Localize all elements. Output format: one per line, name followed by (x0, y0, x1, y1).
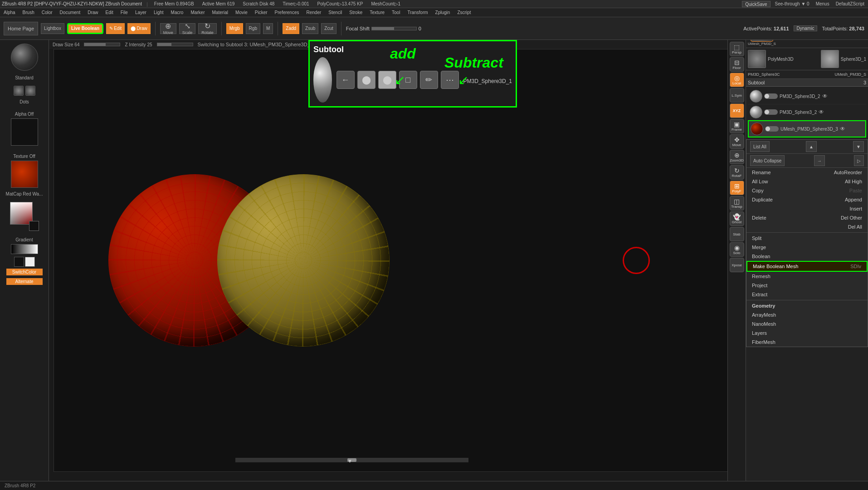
subtool-toggle-2[interactable] (764, 109, 778, 115)
geometry-item[interactable]: Geometry (746, 301, 868, 310)
arrow-up-button[interactable]: ▲ (806, 141, 817, 152)
secondary-color[interactable] (29, 221, 39, 231)
polyf-button[interactable]: ⊞ PolyF (730, 181, 744, 195)
dot-brush-2[interactable] (25, 86, 35, 96)
auto-collapse-right[interactable]: ▷ (854, 155, 864, 166)
project-item[interactable]: Project (746, 281, 868, 290)
menu-light[interactable]: Light (152, 10, 166, 15)
switch-color-button[interactable]: SwitchColor (6, 269, 43, 275)
menu-render[interactable]: Render (305, 10, 323, 15)
list-all-button[interactable]: List All (750, 141, 770, 152)
auto-collapse-button[interactable]: Auto Collapse (750, 155, 785, 166)
lsym-button[interactable]: L.Sym (730, 88, 744, 103)
live-boolean-button[interactable]: Live Boolean (67, 23, 103, 34)
eye-icon-2[interactable]: 👁 (819, 109, 824, 115)
dot-brush-1[interactable] (14, 86, 24, 96)
persp-button[interactable]: ⬚ Persp (730, 42, 744, 56)
subtool-item-3[interactable]: UMesh_PM3D_Sphere3D_3 👁 (748, 120, 866, 137)
draw-button[interactable]: ⬤ Draw (127, 23, 150, 34)
zoom3d-button[interactable]: ⊕ Zoom3D (730, 150, 744, 164)
rgb-button[interactable]: Rgb (246, 23, 260, 34)
subtool-icon-arrow-left[interactable]: ← (336, 71, 355, 89)
menu-document[interactable]: Document (58, 10, 83, 15)
duplicate-item[interactable]: Duplicate Append (746, 195, 868, 204)
zcut-button[interactable]: Zcut (321, 23, 336, 34)
menu-color[interactable]: Color (40, 10, 54, 15)
floor-button[interactable]: ⊟ Floor (730, 57, 744, 72)
insert-item[interactable]: Insert (746, 204, 868, 213)
solo-button[interactable]: ◉ Solo (730, 242, 744, 257)
subtool-toggle-1[interactable] (764, 93, 778, 99)
transp-button[interactable]: ◫ Transp (730, 196, 744, 211)
menu-alpha[interactable]: Alpha (2, 10, 17, 15)
del-all-item[interactable]: Del All (746, 222, 868, 231)
split-item[interactable]: Split (746, 234, 868, 243)
subtool-icon-circle2[interactable]: ⬤ (378, 71, 396, 89)
brush-preview[interactable] (11, 44, 38, 71)
ghost-button[interactable]: 👻 Ghost (730, 211, 744, 226)
canvas-viewport[interactable]: ▼ (54, 49, 741, 472)
subtool-icon-brush[interactable]: ✏ (420, 71, 438, 89)
menu-preferences[interactable]: Preferences (273, 10, 301, 15)
menu-transform[interactable]: Transform (405, 10, 429, 15)
texture-preview[interactable] (11, 161, 38, 188)
alternate-button[interactable]: Alternate (6, 278, 43, 285)
black-swatch[interactable] (14, 257, 24, 267)
scale-button[interactable]: ⤡ Scale (179, 23, 196, 34)
menu-zscript[interactable]: Zscript (455, 10, 473, 15)
menu-stroke[interactable]: Stroke (347, 10, 364, 15)
menu-marker[interactable]: Marker (189, 10, 206, 15)
menu-brush[interactable]: Brush (21, 10, 36, 15)
zadd-button[interactable]: Zadd (283, 23, 299, 34)
eye-icon-1[interactable]: 👁 (822, 93, 828, 99)
quicksave-button[interactable]: QuickSave (742, 1, 770, 7)
subtool-toggle-3[interactable] (765, 126, 779, 132)
frame-button[interactable]: ▣ Frame (730, 119, 744, 133)
merge-item[interactable]: Merge (746, 243, 868, 252)
array-mesh-item[interactable]: ArrayMesh (746, 310, 868, 319)
menu-material[interactable]: Material (210, 10, 230, 15)
subtool-item-2[interactable]: PM3D_Sphere3_2 👁 (748, 104, 866, 120)
menu-texture[interactable]: Texture (368, 10, 386, 15)
menu-layer[interactable]: Layer (133, 10, 148, 15)
alpha-preview[interactable] (11, 118, 38, 146)
fiber-mesh-item[interactable]: FiberMesh (746, 338, 868, 347)
zsub-button[interactable]: Zsub (302, 23, 318, 34)
see-through[interactable]: See-through ▼ 0 (773, 1, 811, 6)
menu-edit[interactable]: Edit (104, 10, 115, 15)
default-script[interactable]: DefaultZScript (834, 1, 866, 6)
rename-item[interactable]: Rename AutoReorder (746, 168, 868, 177)
dynamic-button[interactable]: Dynamic (794, 25, 818, 31)
layers-item[interactable]: Layers (746, 328, 868, 338)
move-tool-button[interactable]: ✥ Move (730, 134, 744, 149)
menu-tool[interactable]: Tool (390, 10, 402, 15)
move-button[interactable]: ⊕ Move (160, 23, 176, 34)
m-button[interactable]: M (263, 23, 273, 34)
subtool-icon-dots[interactable]: ⋯ (441, 71, 459, 89)
boolean-item[interactable]: Boolean (746, 252, 868, 261)
subtool-icon-square[interactable]: □ (399, 71, 417, 89)
menu-stencil[interactable]: Stencil (327, 10, 344, 15)
menu-file[interactable]: File (119, 10, 130, 15)
menus-btn[interactable]: Menus (814, 1, 831, 6)
arrow-down-button[interactable]: ▼ (853, 141, 864, 152)
focal-shift-slider[interactable] (371, 27, 417, 30)
menu-movie[interactable]: Movie (234, 10, 249, 15)
draw-size-slider[interactable] (84, 43, 120, 46)
eye-icon-3[interactable]: 👁 (840, 126, 845, 132)
sphere3d-thumb[interactable] (821, 50, 839, 68)
remesh-item[interactable]: Remesh (746, 272, 868, 281)
scroll-handle[interactable]: ▼ (347, 458, 356, 462)
copy-item[interactable]: Copy Paste (746, 186, 868, 195)
menu-picker[interactable]: Picker (253, 10, 269, 15)
make-boolean-mesh-item[interactable]: Make Boolean Mesh SDIv (746, 261, 868, 272)
xpose-button[interactable]: Xpose (730, 258, 744, 272)
stab-button[interactable]: Stab (730, 227, 744, 241)
home-page-button[interactable]: Home Page (4, 22, 38, 35)
extract-item[interactable]: Extract (746, 290, 868, 299)
xyz-button[interactable]: XYZ (730, 103, 744, 118)
menu-macro[interactable]: Macro (169, 10, 185, 15)
z-intensity-slider[interactable] (157, 43, 193, 46)
auto-collapse-arrow[interactable]: → (814, 155, 825, 166)
polymesh-thumb[interactable] (748, 50, 766, 68)
